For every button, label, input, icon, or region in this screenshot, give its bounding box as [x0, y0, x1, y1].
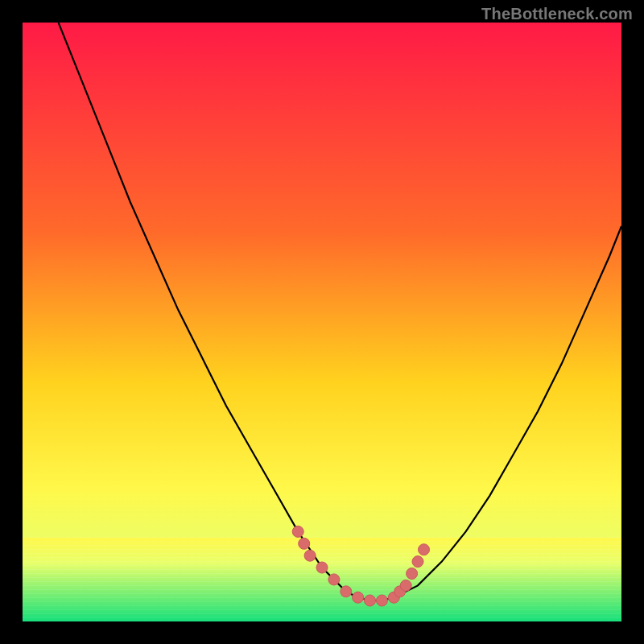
marker-dot [419, 544, 430, 555]
gradient-background [23, 23, 621, 621]
marker-dot [341, 586, 352, 597]
marker-dot [412, 556, 423, 568]
marker-dot [365, 595, 376, 606]
marker-dot [304, 550, 316, 561]
marker-dot [353, 592, 364, 603]
marker-dot [299, 538, 310, 549]
svg-rect-0 [23, 538, 621, 621]
marker-dot [400, 580, 411, 591]
plot-area [23, 23, 621, 621]
watermark-text: TheBottleneck.com [481, 5, 633, 23]
marker-dot [376, 595, 387, 606]
chart-frame: TheBottleneck.com [0, 0, 644, 644]
marker-dot [328, 574, 340, 585]
chart-svg [23, 23, 621, 621]
marker-dot [316, 562, 328, 573]
bottom-band [23, 538, 621, 621]
marker-dot [292, 526, 303, 537]
marker-dot [407, 568, 418, 580]
